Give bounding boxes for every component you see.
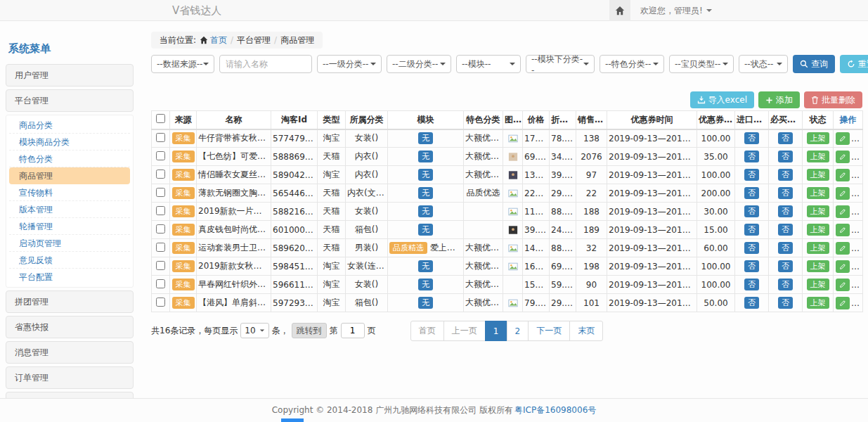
scrollbar-thumb[interactable] [281,418,304,422]
must-buy-toggle-badge[interactable]: 否 [778,279,793,290]
sidebar-subitem-module-goods-category[interactable]: 模块商品分类 [9,134,130,151]
row-checkbox[interactable] [156,133,165,142]
status-badge[interactable]: 上架 [807,205,829,217]
sidebar-item-users[interactable]: 用户管理 [6,64,134,87]
page-button-首页[interactable]: 首页 [410,321,444,341]
edit-button[interactable] [836,187,850,200]
sidebar-subitem-platform-config[interactable]: 平台配置 [9,269,130,286]
page-size-select[interactable]: 10 [240,323,268,338]
import-toggle-badge[interactable]: 否 [744,224,759,236]
status-badge[interactable]: 上架 [807,132,829,144]
status-select[interactable]: --状态-- [739,55,788,73]
jump-page-input[interactable] [341,323,365,338]
import-toggle-badge[interactable]: 否 [744,205,759,217]
sidebar-item-express[interactable]: 省惠快报 [6,316,134,338]
page-button-上一页[interactable]: 上一页 [443,321,486,341]
sidebar-subitem-splash-page[interactable]: 启动页管理 [9,235,130,252]
sidebar-item-message[interactable]: 消息管理 [6,341,134,364]
cell-source: 采集 [170,129,197,148]
page-button-末页[interactable]: 末页 [569,321,603,341]
jump-button[interactable]: 跳转到 [292,323,327,338]
status-badge[interactable]: 上架 [807,297,829,309]
sidebar-item-group-buy[interactable]: 拼团管理 [6,290,134,313]
row-checkbox[interactable] [156,206,165,215]
sidebar-subitem-feedback[interactable]: 意见反馈 [9,252,130,269]
must-buy-toggle-badge[interactable]: 否 [778,187,793,199]
row-checkbox[interactable] [156,170,165,179]
row-select-cell [152,276,170,294]
sidebar-subitem-version[interactable]: 版本管理 [9,201,130,218]
sidebar-subitem-goods-management[interactable]: 商品管理 [9,167,130,184]
import-toggle-badge[interactable]: 否 [744,279,759,290]
edit-button[interactable] [836,151,850,163]
level1-category-select[interactable]: --一级分类-- [317,55,382,73]
must-buy-toggle-badge[interactable]: 否 [778,224,793,236]
page-button-下一页[interactable]: 下一页 [528,321,570,341]
must-buy-toggle-badge[interactable]: 否 [778,151,793,162]
name-input[interactable] [219,55,312,73]
import-toggle-badge[interactable]: 否 [744,260,759,272]
must-buy-toggle-badge[interactable]: 否 [778,205,793,217]
row-checkbox[interactable] [156,188,165,197]
sidebar-item-order[interactable]: 订单管理 [6,366,134,389]
batch-delete-button[interactable]: 批量删除 [804,91,862,108]
sidebar-item-exchange[interactable]: 兑换管理 [6,392,134,398]
edit-button[interactable] [836,169,850,181]
sidebar-subitem-carousel[interactable]: 轮播管理 [9,218,130,235]
status-badge[interactable]: 上架 [807,151,829,162]
page-button-2[interactable]: 2 [507,321,529,341]
row-checkbox[interactable] [156,279,165,288]
module-sub-category-select[interactable]: --模块下分类-- [526,55,595,73]
import-toggle-badge[interactable]: 否 [744,169,759,181]
must-buy-toggle-badge[interactable]: 否 [778,169,793,181]
sidebar-item-platform[interactable]: 平台管理 [6,89,134,112]
import-toggle-badge[interactable]: 否 [744,187,759,199]
status-badge[interactable]: 上架 [807,224,829,236]
row-checkbox[interactable] [156,224,165,234]
import-toggle-badge[interactable]: 否 [744,297,759,309]
edit-button[interactable] [836,297,850,309]
import-toggle-badge[interactable]: 否 [744,132,759,144]
edit-button[interactable] [836,242,850,255]
status-badge[interactable]: 上架 [807,169,829,181]
row-checkbox[interactable] [156,243,165,252]
status-badge[interactable]: 上架 [807,242,829,254]
import-toggle-badge[interactable]: 否 [744,242,759,254]
import-toggle-badge[interactable]: 否 [744,151,759,162]
row-checkbox[interactable] [156,151,165,160]
data-source-select[interactable]: --数据来源-- [151,55,214,73]
must-buy-toggle-badge[interactable]: 否 [778,242,793,254]
must-buy-toggle-badge[interactable]: 否 [778,132,793,144]
status-badge[interactable]: 上架 [807,187,829,199]
status-badge[interactable]: 上架 [807,260,829,272]
home-button[interactable] [609,0,630,21]
row-select-cell [152,239,170,257]
row-checkbox[interactable] [156,298,165,307]
edit-button[interactable] [836,260,850,273]
breadcrumb-home-link[interactable]: 首页 [200,34,227,46]
row-checkbox[interactable] [156,261,165,270]
reset-button[interactable]: 重置 [840,55,868,73]
page-button-1[interactable]: 1 [485,321,507,341]
edit-button[interactable] [836,224,850,236]
add-button[interactable]: 添加 [758,91,800,108]
edit-button[interactable] [836,205,850,218]
search-icon [800,60,808,68]
import-excel-button[interactable]: 导入excel [690,91,754,108]
query-button[interactable]: 查询 [793,55,835,73]
edit-button[interactable] [836,279,850,291]
must-buy-toggle-badge[interactable]: 否 [778,297,793,309]
item-type-select[interactable]: --宝贝类型-- [669,55,734,73]
sidebar-subitem-promo-material[interactable]: 宣传物料 [9,184,130,201]
status-badge[interactable]: 上架 [807,279,829,290]
select-all-checkbox[interactable] [156,114,165,123]
must-buy-toggle-badge[interactable]: 否 [778,260,793,272]
sidebar-subitem-feature-category[interactable]: 特色分类 [9,151,130,167]
icp-link[interactable]: 粤ICP备16098006号 [514,404,596,416]
edit-button[interactable] [836,132,850,145]
sidebar-subitem-goods-category[interactable]: 商品分类 [9,117,130,134]
user-menu[interactable]: 欢迎您，管理员! [640,5,712,17]
feature-category-select[interactable]: --特色分类-- [600,55,664,73]
module-select[interactable]: --模块-- [456,55,521,73]
level2-category-select[interactable]: --二级分类-- [387,55,451,73]
